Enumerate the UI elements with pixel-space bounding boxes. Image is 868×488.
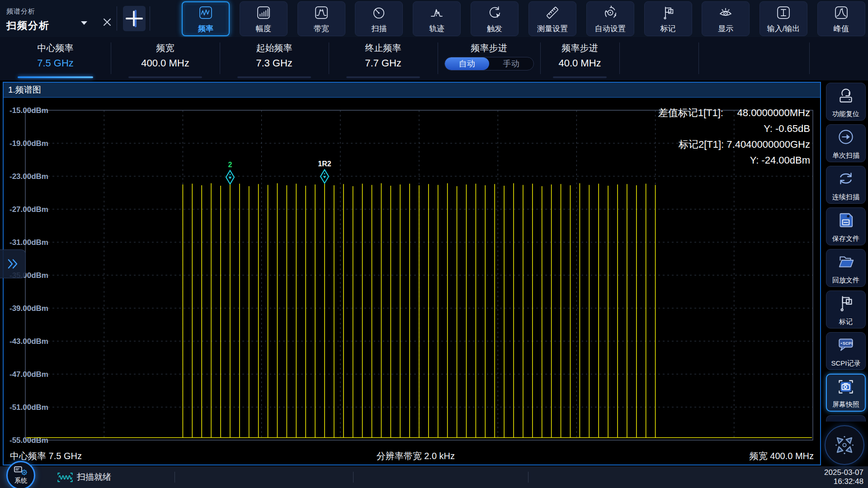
marker-label-2: 2 [228, 161, 232, 169]
measure-icon [544, 4, 561, 23]
toggle-option-1[interactable]: 手动 [489, 57, 533, 70]
marker-label-1R2: 1R2 [318, 160, 331, 168]
svg-text:-51.00dBm: -51.00dBm [9, 403, 48, 412]
toolbar-button-io[interactable]: 输入/输出 [760, 1, 807, 36]
marker-1R2[interactable]: 1R2 [318, 160, 331, 183]
svg-text:-27.00dBm: -27.00dBm [9, 205, 48, 214]
sidebar-button-single-sweep[interactable]: 单次扫描 [826, 124, 866, 162]
param-value[interactable]: 7.7 GHz [329, 57, 438, 69]
navigation-pad-button[interactable] [825, 425, 864, 465]
peak-icon [833, 4, 850, 23]
partial-icon [835, 417, 856, 422]
toolbar-button-freq[interactable]: 频率 [182, 1, 230, 36]
freq-icon [197, 4, 214, 23]
spectrum-plot[interactable]: -15.00dBm-19.00dBm-23.00dBm-27.00dBm-31.… [4, 98, 820, 448]
mode-tab[interactable]: 频谱分析 扫频分析 [6, 7, 74, 33]
sidebar-button-flag[interactable]: 标记 [826, 291, 866, 328]
spectrum-trace [26, 183, 812, 438]
sidebar-item-partial[interactable] [826, 415, 866, 422]
status-divider [175, 472, 175, 483]
bandwidth-icon [313, 4, 330, 23]
toggle-option-0[interactable]: 自动 [445, 57, 489, 70]
param-field-1: 频宽400.0 MHz [111, 37, 220, 80]
param-divider [619, 42, 620, 74]
marker-readout-line: Y: -0.65dB [658, 121, 810, 136]
toolbar-button-measure[interactable]: 测量设置 [528, 1, 576, 36]
toolbar-button-label: 显示 [718, 23, 733, 34]
toolbar-button-peak[interactable]: 峰值 [817, 1, 865, 36]
sidebar-button-save-file[interactable]: 保存文件 [826, 207, 866, 245]
amplitude-icon [255, 4, 272, 23]
toolbar-button-label: 峰值 [834, 23, 849, 34]
sidebar-button-label: 屏幕快照 [832, 400, 859, 409]
param-divider [111, 42, 111, 74]
spectrum-chart-window: 1.频谱图 -15.00dBm-19.00dBm-23.00dBm-27.00d… [3, 82, 821, 465]
toolbar-button-label: 触发 [487, 23, 502, 34]
toolbar-button-marker[interactable]: 标记 [644, 1, 692, 36]
top-header: 频谱分析 扫频分析 频率幅度带宽扫描轨迹触发测量设置自动设置标记显示输入/输出峰… [0, 0, 868, 37]
toolbar-button-trace[interactable]: 轨迹 [413, 1, 461, 36]
toolbar-button-label: 标记 [660, 23, 676, 34]
toolbar-button-trigger[interactable]: 触发 [471, 1, 519, 36]
add-tab-button[interactable] [123, 6, 146, 31]
sidebar-button-label: 功能复位 [832, 110, 859, 118]
footer-rbw: 分辨率带宽 2.0 kHz [377, 450, 455, 462]
datetime: 2025-03-07 16:32:48 [824, 468, 863, 486]
toolbar-button-sweep[interactable]: 扫描 [355, 1, 403, 36]
main-toolbar: 频率幅度带宽扫描轨迹触发测量设置自动设置标记显示输入/输出峰值 [182, 1, 865, 36]
toolbar-button-label: 扫描 [371, 23, 387, 34]
sweep-status-icon [57, 472, 73, 484]
marker-icon [660, 4, 677, 23]
param-divider [809, 42, 810, 74]
close-tab-icon[interactable] [101, 16, 113, 28]
status-divider [528, 472, 528, 483]
io-icon [775, 4, 792, 23]
param-value[interactable]: 400.0 MHz [111, 57, 220, 69]
toolbar-button-display[interactable]: 显示 [702, 1, 750, 36]
param-value[interactable]: 40.0 MHz [540, 57, 619, 69]
toolbar-button-amplitude[interactable]: 幅度 [240, 1, 288, 36]
param-divider [438, 42, 438, 74]
sidebar-button-camera[interactable]: 屏幕快照 [826, 374, 866, 412]
header-divider [117, 6, 117, 31]
param-value[interactable]: 7.3 GHz [220, 57, 329, 69]
system-label: 系统 [14, 477, 27, 485]
open-file-icon [835, 251, 856, 274]
param-field-3: 终止频率7.7 GHz [329, 37, 438, 80]
double-chevron-right-icon [6, 258, 19, 270]
toolbar-button-bandwidth[interactable]: 带宽 [297, 1, 345, 36]
param-divider [540, 42, 541, 74]
param-divider [329, 42, 329, 74]
param-label: 终止频率 [329, 42, 438, 54]
svg-text:-23.00dBm: -23.00dBm [9, 172, 48, 181]
system-button[interactable]: 系统 [6, 461, 35, 488]
svg-text:-47.00dBm: -47.00dBm [9, 370, 48, 379]
toolbar-button-label: 测量设置 [537, 23, 568, 34]
panel-expander-button[interactable] [0, 249, 26, 278]
footer-center-frequency: 中心频率 7.5 GHz [10, 450, 82, 462]
param-label: 频宽 [111, 42, 220, 54]
svg-text:-43.00dBm: -43.00dBm [9, 337, 48, 346]
param-field-2: 起始频率7.3 GHz [220, 37, 329, 80]
sidebar-button-cont-sweep[interactable]: 连续扫描 [826, 166, 866, 204]
sidebar-button-reset[interactable]: 功能复位 [826, 83, 866, 121]
toolbar-button-autoset[interactable]: 自动设置 [586, 1, 634, 36]
marker-2[interactable]: 2 [226, 161, 234, 184]
param-value[interactable]: 7.5 GHz [0, 57, 111, 69]
cont-sweep-icon [835, 168, 856, 191]
reset-icon [835, 85, 856, 108]
flag-icon [835, 293, 856, 315]
nav-cross-icon [832, 433, 857, 457]
sidebar-button-open-file[interactable]: 回放文件 [826, 249, 866, 287]
param-underline [18, 76, 93, 78]
status-bar: 系统 扫描就绪 2025-03-07 16:32:48 [0, 466, 868, 488]
mode-dropdown-caret-icon[interactable] [80, 19, 88, 27]
parameter-bar: 全频宽 更多... 中心频率7.5 GHz频宽400.0 MHz起始频率7.3 … [0, 37, 868, 80]
sidebar-button-scpi[interactable]: SCPISCPI记录 [826, 332, 866, 370]
svg-text:-15.00dBm: -15.00dBm [9, 106, 48, 115]
save-file-icon [835, 210, 856, 232]
toolbar-button-label: 频率 [198, 23, 213, 34]
toolbar-button-label: 幅度 [256, 23, 271, 34]
sweep-icon [370, 4, 387, 23]
time-label: 16:32:48 [824, 477, 863, 486]
